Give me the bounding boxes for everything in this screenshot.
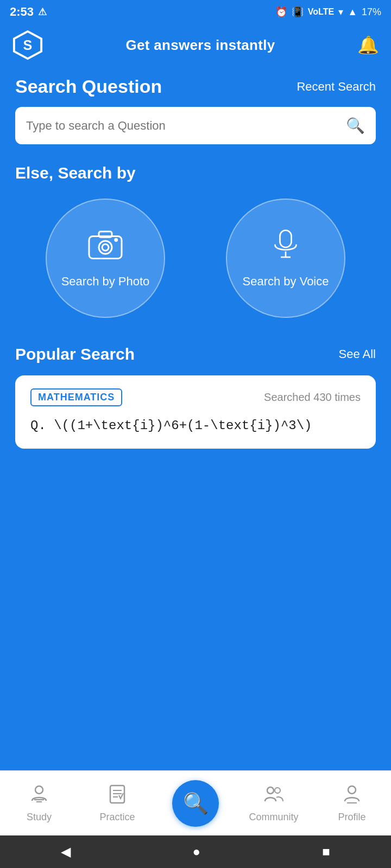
app-logo: S bbox=[12, 29, 43, 61]
nav-item-profile[interactable]: Profile bbox=[313, 778, 391, 828]
popular-title: Popular Search bbox=[15, 345, 135, 363]
nav-item-practice[interactable]: Practice bbox=[78, 778, 156, 828]
nav-item-search-center[interactable]: 🔍 bbox=[156, 775, 235, 832]
search-header: Search Question Recent Search bbox=[15, 76, 376, 97]
practice-icon bbox=[107, 783, 128, 808]
photo-label: Search by Photo bbox=[61, 275, 150, 289]
microphone-icon bbox=[267, 228, 305, 266]
svg-point-10 bbox=[35, 786, 43, 794]
search-input[interactable] bbox=[26, 119, 346, 133]
card-top: MATHEMATICS Searched 430 times bbox=[30, 388, 361, 406]
time-label: 2:53 bbox=[10, 5, 34, 19]
search-magnifier-icon: 🔍 bbox=[346, 117, 365, 135]
spacer bbox=[0, 610, 391, 771]
center-search-button[interactable]: 🔍 bbox=[172, 780, 219, 827]
warning-icon: ⚠ bbox=[38, 6, 47, 18]
svg-rect-7 bbox=[280, 231, 292, 248]
practice-label: Practice bbox=[99, 812, 135, 823]
status-bar: 2:53 ⚠ ⏰ 📳 VoLTE ▾ ▲ 17% bbox=[0, 0, 391, 24]
community-label: Community bbox=[249, 812, 298, 823]
svg-point-6 bbox=[114, 238, 118, 242]
recent-search-link[interactable]: Recent Search bbox=[297, 80, 376, 94]
android-nav: ◀ ● ■ bbox=[0, 835, 391, 868]
study-label: Study bbox=[27, 812, 52, 823]
home-button[interactable]: ● bbox=[192, 844, 200, 859]
status-left: 2:53 ⚠ bbox=[10, 5, 47, 19]
header-title: Get answers instantly bbox=[125, 37, 275, 54]
search-by-voice-button[interactable]: Search by Voice bbox=[226, 199, 345, 318]
signal-icon: ▲ bbox=[348, 7, 357, 18]
study-icon bbox=[29, 783, 49, 808]
vibrate-icon: 📳 bbox=[292, 6, 304, 18]
profile-label: Profile bbox=[338, 812, 365, 823]
search-count: Searched 430 times bbox=[264, 391, 361, 404]
nav-item-community[interactable]: Community bbox=[235, 778, 313, 828]
back-button[interactable]: ◀ bbox=[61, 844, 71, 859]
popular-card[interactable]: MATHEMATICS Searched 430 times Q. \((1+\… bbox=[15, 375, 376, 449]
popular-header: Popular Search See All bbox=[15, 345, 376, 363]
search-question-title: Search Question bbox=[15, 76, 162, 97]
search-box[interactable]: 🔍 bbox=[15, 107, 376, 144]
svg-point-17 bbox=[267, 787, 274, 794]
wifi-icon: ▾ bbox=[338, 6, 343, 18]
app-header: S Get answers instantly 🔔 bbox=[0, 24, 391, 71]
else-search-title: Else, Search by bbox=[15, 164, 376, 182]
search-by-photo-button[interactable]: Search by Photo bbox=[46, 199, 165, 318]
profile-icon bbox=[342, 783, 362, 808]
svg-point-4 bbox=[102, 244, 109, 251]
community-icon bbox=[263, 783, 284, 808]
svg-text:S: S bbox=[23, 37, 33, 53]
status-right: ⏰ 📳 VoLTE ▾ ▲ 17% bbox=[275, 6, 381, 18]
alarm-icon: ⏰ bbox=[275, 6, 287, 18]
battery-label: 17% bbox=[362, 7, 381, 18]
center-search-icon: 🔍 bbox=[183, 792, 209, 815]
svg-point-3 bbox=[99, 241, 112, 254]
main-content: Search Question Recent Search 🔍 Else, Se… bbox=[0, 71, 391, 610]
camera-icon bbox=[86, 228, 124, 266]
bottom-nav: Study Practice 🔍 Community bbox=[0, 770, 391, 835]
voice-label: Search by Voice bbox=[243, 275, 329, 289]
question-text: Q. \((1+\text{i})^6+(1-\text{i})^3\) bbox=[30, 416, 361, 436]
see-all-link[interactable]: See All bbox=[339, 347, 376, 361]
svg-point-18 bbox=[275, 788, 280, 793]
recents-button[interactable]: ■ bbox=[322, 844, 330, 859]
search-methods: Search by Photo Search by Voice bbox=[15, 199, 376, 318]
svg-point-19 bbox=[348, 786, 356, 794]
lte-icon: VoLTE bbox=[308, 7, 334, 17]
subject-badge: MATHEMATICS bbox=[30, 388, 122, 406]
bell-icon[interactable]: 🔔 bbox=[357, 35, 379, 55]
nav-item-study[interactable]: Study bbox=[0, 778, 78, 828]
